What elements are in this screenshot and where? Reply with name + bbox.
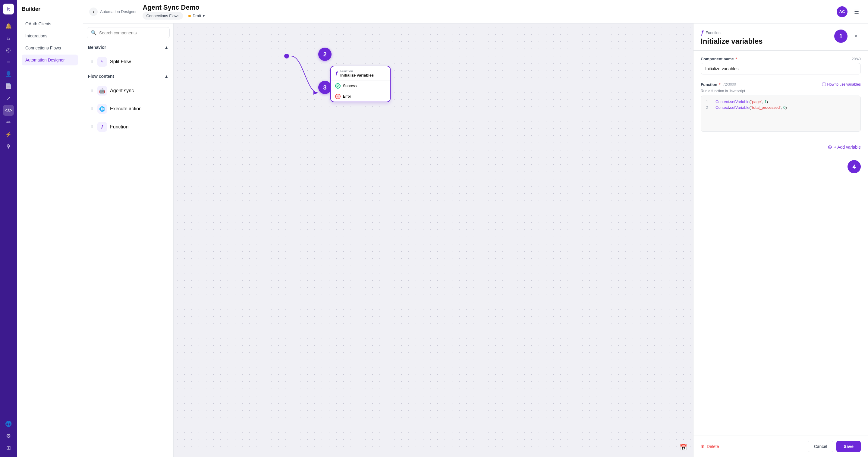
drag-handle-3: ⠿ — [90, 107, 93, 111]
settings-icon[interactable]: ⚙ — [3, 430, 14, 441]
component-name-field-group: Component name * 20/40 — [701, 57, 861, 74]
notification-icon[interactable]: 🔔 — [3, 21, 14, 31]
close-button[interactable]: × — [851, 31, 861, 41]
search-icon: 🔍 — [91, 30, 97, 36]
execute-action-label: Execute action — [110, 106, 142, 112]
node-success-output[interactable]: ✓ Success — [331, 81, 390, 91]
audio-icon[interactable]: 🎙 — [3, 141, 14, 152]
integrations-icon[interactable]: ≡ — [3, 57, 14, 67]
back-button[interactable]: ‹ — [89, 7, 98, 16]
code-editor[interactable]: 1 Context.setVariable("page", 1) 2 Conte… — [701, 96, 861, 132]
components-panel: 🔍 Behavior ▲ ⠿ ⑂ Split Flow Flow content… — [83, 24, 174, 457]
behavior-section-header[interactable]: Behavior ▲ — [83, 42, 173, 53]
connections-icon[interactable]: ◎ — [3, 44, 14, 56]
step-badge-4: 4 — [847, 160, 861, 173]
function-field-label: Function * 72/3000 — [701, 82, 736, 87]
drag-handle-2: ⠿ — [90, 89, 93, 93]
code-line-2: 2 Context.setVariable("total_processed",… — [706, 105, 856, 110]
component-name-label: Component name * 20/40 — [701, 57, 861, 61]
grid-icon[interactable]: ⊞ — [3, 443, 14, 453]
success-label: Success — [343, 84, 356, 88]
function-icon-header: ƒ — [701, 30, 704, 36]
info-icon: ⓘ — [822, 82, 826, 87]
function-item[interactable]: ⠿ ƒ Function — [86, 119, 171, 135]
code-line-1: 1 Context.setVariable("page", 1) — [706, 99, 856, 104]
right-panel-footer: 🗑 Delete Cancel Save — [693, 435, 868, 457]
builder-panel: Builder OAuth Clients Integrations Conne… — [17, 0, 83, 457]
step-circle-3: 3 — [318, 81, 332, 94]
agent-sync-item[interactable]: ⠿ 🤖 Agent sync — [86, 82, 171, 99]
sidebar-item-connections[interactable]: Connections Flows — [22, 42, 78, 53]
function-field-header: Function * 72/3000 ⓘ How to use variable… — [701, 82, 861, 87]
right-panel-header: ƒ Function Initialize variables 1 × — [693, 24, 868, 51]
sidebar-item-integrations[interactable]: Integrations — [22, 30, 78, 41]
drag-handle: ⠿ — [90, 60, 93, 64]
agent-sync-label: Agent sync — [110, 88, 134, 93]
required-star-name: * — [735, 57, 737, 61]
function-char-count: 72/3000 — [721, 82, 736, 87]
collapse-icon-2: ▲ — [164, 74, 168, 79]
behavior-section-title: Behavior — [88, 45, 106, 50]
flow-node[interactable]: ƒ Function Initialize variables ✓ Succes… — [330, 66, 391, 102]
success-icon: ✓ — [335, 83, 341, 89]
function-icon: ƒ — [97, 122, 107, 132]
form-body: Component name * 20/40 Function * — [693, 51, 868, 435]
globe-icon[interactable]: 🌐 — [3, 419, 14, 429]
avatar[interactable]: AC — [837, 6, 847, 17]
node-error-output[interactable]: ✕ Error — [331, 91, 390, 101]
cancel-button[interactable]: Cancel — [808, 441, 834, 452]
function-field-group: Function * 72/3000 ⓘ How to use variable… — [701, 82, 861, 132]
contacts-icon[interactable]: 👤 — [3, 69, 14, 80]
flow-content-section-title: Flow content — [88, 74, 114, 79]
trash-icon: 🗑 — [701, 444, 705, 449]
split-flow-label: Split Flow — [110, 59, 131, 64]
function-label: Function — [110, 124, 128, 130]
sidebar-item-automation[interactable]: Automation Designer — [22, 55, 78, 65]
how-to-variables-link[interactable]: ⓘ How to use variables — [822, 82, 861, 87]
delete-button[interactable]: 🗑 Delete — [701, 444, 719, 449]
plus-circle-icon: ⊕ — [828, 144, 832, 150]
connections-flows-badge[interactable]: Connections Flows — [143, 12, 183, 20]
draft-dot — [188, 15, 191, 17]
docs-icon[interactable]: 📄 — [3, 81, 14, 92]
search-input[interactable] — [99, 30, 166, 35]
draft-badge[interactable]: Draft ▾ — [185, 12, 208, 20]
error-label: Error — [343, 94, 351, 98]
calendar-icon[interactable]: 📅 — [680, 444, 687, 451]
error-icon: ✕ — [335, 94, 341, 99]
component-name-char-count: 20/40 — [852, 57, 861, 61]
collapse-icon: ▲ — [164, 45, 168, 50]
step-4-area: 4 — [701, 160, 861, 173]
top-bar: ‹ Automation Designer Agent Sync Demo Co… — [83, 0, 868, 24]
add-variable-button[interactable]: ⊕ + Add variable — [828, 142, 861, 153]
step-circle-2: 2 — [318, 48, 332, 61]
home-icon[interactable]: ⌂ — [3, 33, 14, 43]
code-text-1: Context.setVariable("page", 1) — [715, 99, 768, 104]
split-flow-item[interactable]: ⠿ ⑂ Split Flow — [86, 53, 171, 70]
canvas-area[interactable]: 2 3 ƒ Function — [174, 24, 693, 457]
connection-svg — [174, 24, 693, 457]
builder-title: Builder — [22, 6, 78, 12]
extensions-icon[interactable]: ⚡ — [3, 129, 14, 140]
save-button[interactable]: Save — [836, 441, 861, 452]
line-num-2: 2 — [706, 105, 711, 110]
sidebar-item-oauth[interactable]: OAuth Clients — [22, 19, 78, 29]
flow-content-section-header[interactable]: Flow content ▲ — [83, 71, 173, 82]
execute-action-item[interactable]: ⠿ 🌐 Execute action — [86, 100, 171, 117]
split-flow-icon: ⑂ — [97, 57, 107, 67]
function-type-label: Function — [706, 30, 721, 35]
code-icon[interactable]: </> — [3, 105, 14, 116]
edit-icon[interactable]: ✏ — [3, 117, 14, 128]
flow-node-header: ƒ Function Initialize variables — [331, 66, 390, 81]
menu-icon[interactable]: ☰ — [851, 6, 862, 17]
svg-point-1 — [284, 54, 289, 59]
node-title: Initialize variables — [340, 73, 374, 78]
automations-icon[interactable]: ↗ — [3, 93, 14, 104]
breadcrumb: Automation Designer — [100, 9, 136, 14]
function-label-header: ƒ Function — [701, 30, 763, 36]
agent-sync-icon: 🤖 — [97, 86, 107, 96]
node-function-label: Function — [340, 69, 374, 73]
search-box[interactable]: 🔍 — [87, 27, 170, 38]
line-num-1: 1 — [706, 99, 711, 104]
component-name-input[interactable] — [701, 63, 861, 74]
